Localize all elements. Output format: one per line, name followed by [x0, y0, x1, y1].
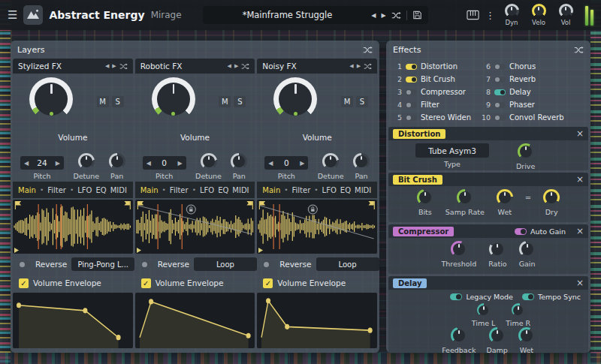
envelope-point[interactable]: [285, 324, 290, 329]
gain-knob[interactable]: [519, 241, 536, 257]
effect-enable-toggle[interactable]: [406, 77, 417, 83]
keyboard-icon[interactable]: [467, 10, 479, 20]
solo-button[interactable]: S: [234, 96, 246, 107]
layer-shuffle-icon[interactable]: [241, 62, 249, 70]
effect-enable-toggle[interactable]: [406, 89, 417, 95]
hamburger-menu-icon[interactable]: ☰: [8, 10, 17, 21]
loop-start-flag[interactable]: [137, 201, 143, 209]
waveform-display[interactable]: [135, 200, 255, 254]
vol-knob[interactable]: [559, 4, 573, 18]
volume-knob[interactable]: [29, 77, 73, 121]
detune-knob[interactable]: [78, 153, 95, 170]
envelope-point[interactable]: [149, 299, 153, 304]
layer-prev-button[interactable]: ◀: [105, 63, 109, 69]
effect-slot-delay[interactable]: 8Delay: [481, 86, 584, 98]
reverse-toggle[interactable]: [263, 261, 275, 268]
waveform-display[interactable]: [13, 200, 133, 254]
compressor-chip[interactable]: Compressor: [393, 227, 454, 236]
effect-enable-toggle[interactable]: [494, 102, 506, 108]
bitcrush-close-button[interactable]: ×: [576, 175, 584, 184]
layer-next-button[interactable]: ▶: [234, 63, 238, 69]
delay-close-button[interactable]: ×: [576, 278, 584, 287]
tab-lfo[interactable]: LFO: [322, 186, 337, 194]
tab-midi[interactable]: MIDI: [232, 186, 249, 194]
envelope-checkbox[interactable]: ✓: [19, 278, 29, 288]
ratio-knob[interactable]: [489, 241, 506, 257]
dry-knob[interactable]: [543, 189, 560, 206]
envelope-checkbox[interactable]: ✓: [141, 278, 151, 288]
effect-slot-bitcrush[interactable]: 2Bit Crush: [392, 74, 481, 85]
preset-shuffle-icon[interactable]: [391, 11, 401, 20]
effect-enable-toggle[interactable]: [494, 89, 506, 95]
loop-mode-select[interactable]: Ping-Pong L...: [71, 257, 134, 271]
envelope-point[interactable]: [266, 298, 270, 303]
solo-button[interactable]: S: [112, 96, 124, 107]
tab-midi[interactable]: MIDI: [355, 186, 371, 194]
tab-eq[interactable]: EQ: [218, 186, 228, 194]
distortion-chip[interactable]: Distortion: [393, 129, 445, 139]
bitcrush-chip[interactable]: Bit Crush: [393, 175, 442, 185]
effect-slot-distortion[interactable]: 1Distortion: [392, 61, 481, 72]
tab-midi[interactable]: MIDI: [110, 186, 127, 194]
distortion-type-select[interactable]: Tube Asym3: [415, 143, 489, 158]
effect-enable-toggle[interactable]: [494, 64, 506, 70]
auto-gain-toggle[interactable]: [515, 228, 527, 235]
layer-prev-button[interactable]: ◀: [349, 63, 353, 69]
wet-dry-link-icon[interactable]: =: [525, 194, 531, 202]
envelope-point[interactable]: [116, 335, 121, 340]
pitch-increment[interactable]: ▶: [300, 160, 304, 167]
playhead-marker[interactable]: [14, 248, 19, 253]
pan-knob[interactable]: [231, 153, 247, 170]
threshold-knob[interactable]: [451, 241, 467, 257]
pan-knob[interactable]: [353, 153, 370, 170]
tab-lfo[interactable]: LFO: [200, 186, 214, 194]
detune-knob[interactable]: [201, 153, 217, 170]
velo-knob[interactable]: [532, 4, 546, 18]
mute-button[interactable]: M: [97, 96, 109, 107]
playhead-marker[interactable]: [258, 248, 263, 253]
pitch-stepper[interactable]: ◀ 24 ▶: [20, 156, 64, 170]
feedback-knob[interactable]: [451, 327, 467, 344]
loop-end-flag[interactable]: [369, 201, 375, 209]
layers-shuffle-icon[interactable]: [363, 45, 373, 54]
volume-knob[interactable]: [152, 77, 195, 121]
layer-shuffle-icon[interactable]: [364, 62, 372, 70]
preset-prev-button[interactable]: ◀: [371, 12, 376, 19]
pitch-decrement[interactable]: ◀: [146, 160, 151, 167]
pitch-increment[interactable]: ▶: [178, 160, 183, 167]
detune-knob[interactable]: [322, 153, 339, 170]
envelope-editor[interactable]: [13, 293, 133, 348]
compressor-close-button[interactable]: ×: [576, 227, 584, 236]
tab-eq[interactable]: EQ: [340, 186, 351, 194]
envelope-editor[interactable]: [257, 293, 377, 348]
reverse-toggle[interactable]: [19, 261, 31, 268]
pitch-decrement[interactable]: ◀: [24, 160, 29, 167]
pan-knob[interactable]: [109, 153, 125, 170]
loop-end-flag[interactable]: [246, 201, 252, 209]
loop-mode-select[interactable]: Loop: [316, 257, 379, 271]
wet-knob[interactable]: [518, 327, 535, 344]
envelope-point[interactable]: [246, 333, 250, 338]
pitch-stepper[interactable]: ◀ 0 ▶: [264, 156, 308, 170]
effect-slot-convol-reverb[interactable]: 10Convol Reverb: [481, 112, 584, 123]
mute-button[interactable]: M: [219, 96, 231, 107]
time-l-knob[interactable]: [477, 303, 491, 317]
tempo-sync-toggle[interactable]: [522, 293, 534, 300]
effect-slot-phaser[interactable]: 9Phaser: [481, 99, 584, 110]
waveform-display[interactable]: [257, 200, 377, 254]
tab-filter[interactable]: Filter: [47, 186, 66, 194]
preset-name[interactable]: *Mainframe Struggle: [209, 10, 367, 20]
legacy-mode-toggle[interactable]: [450, 293, 462, 300]
effect-enable-toggle[interactable]: [494, 115, 506, 121]
tab-main[interactable]: Main: [18, 186, 36, 194]
time-r-knob[interactable]: [512, 303, 525, 317]
slice-markers[interactable]: [38, 204, 87, 249]
wet-knob[interactable]: [497, 189, 513, 206]
distortion-close-button[interactable]: ×: [576, 129, 584, 138]
playhead-marker[interactable]: [137, 248, 141, 253]
drive-knob[interactable]: [518, 143, 534, 160]
mute-button[interactable]: M: [341, 96, 353, 107]
tab-main[interactable]: Main: [140, 186, 159, 194]
loop-mode-select[interactable]: Loop: [194, 257, 257, 271]
tab-main[interactable]: Main: [262, 186, 280, 194]
